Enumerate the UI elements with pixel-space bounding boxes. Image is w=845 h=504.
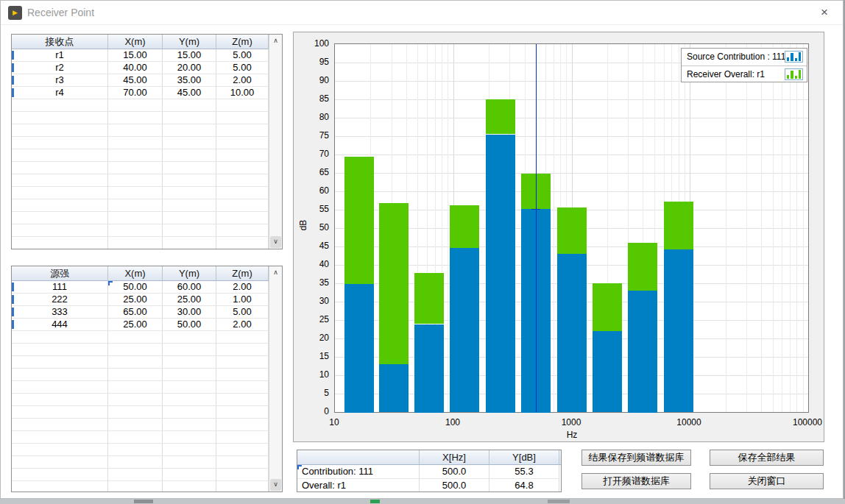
table-cell[interactable]: 20.00 [163, 62, 216, 74]
table-row [12, 149, 282, 162]
taskbar-item [134, 500, 153, 503]
table-row [12, 112, 282, 124]
table-cell [108, 112, 163, 124]
column-header [297, 450, 420, 464]
table-cell[interactable]: 222 [12, 294, 108, 306]
table-cell [108, 419, 163, 431]
save-to-spectrum-db-button[interactable]: 结果保存到频谱数据库 [581, 450, 691, 466]
table-cell [108, 456, 163, 469]
cursor-crosshair[interactable] [531, 209, 540, 210]
table-cell[interactable]: 25.00 [163, 294, 216, 306]
table-cell[interactable]: 5.00 [216, 62, 269, 74]
column-header: X[Hz] [420, 450, 489, 464]
bar-contribution [628, 291, 657, 413]
table-cell [12, 469, 108, 481]
row-selection-mark [12, 51, 14, 60]
titlebar: ▶ Receiver Point × [1, 1, 843, 25]
table-cell [108, 212, 163, 224]
bar-overall [450, 205, 479, 248]
table-cell[interactable]: 444 [12, 319, 108, 331]
table-cell [12, 162, 108, 174]
vertical-scrollbar[interactable]: ∧∨ [269, 35, 282, 249]
y-tick-label: 0 [301, 406, 329, 416]
table-cell [216, 199, 269, 212]
close-window-button[interactable]: 关闭窗口 [710, 473, 824, 489]
table-cell[interactable]: 45.00 [108, 74, 163, 87]
open-spectrum-db-button[interactable]: 打开频谱数据库 [581, 473, 691, 489]
table-cell [216, 431, 269, 444]
table-cell[interactable]: 70.00 [108, 87, 163, 99]
table-cell[interactable]: 2.00 [216, 319, 269, 331]
table-cell[interactable]: r2 [12, 62, 108, 74]
table-cell [108, 431, 163, 444]
table-cell [163, 419, 216, 431]
scroll-down-icon[interactable]: ∨ [270, 236, 281, 248]
bar-contribution [414, 324, 444, 413]
table-cell [163, 406, 216, 419]
source-strength-table: 源强X(m)Y(m)Z(m)11150.0060.002.0022225.002… [11, 266, 283, 492]
y-tick-label: 60 [301, 185, 329, 196]
table-row: 33365.0030.005.00 [12, 306, 282, 319]
plot-area[interactable] [334, 43, 809, 413]
table-cell[interactable]: 1.00 [216, 294, 269, 306]
table-row [12, 212, 282, 224]
column-header: 接收点 [12, 35, 108, 49]
scroll-up-icon[interactable]: ∧ [270, 267, 281, 279]
cursor-readout-table: X[Hz]Y[dB]Contribution: 111500.055.3Over… [297, 450, 562, 492]
table-cell[interactable]: 25.00 [108, 294, 163, 306]
table-cell[interactable]: 40.00 [108, 62, 163, 74]
table-cell[interactable]: 15.00 [163, 49, 216, 62]
table-cell [216, 124, 269, 137]
table-cell[interactable]: 30.00 [163, 306, 216, 319]
scroll-down-icon[interactable]: ∨ [270, 479, 281, 491]
table-cell [216, 99, 269, 112]
scroll-up-icon[interactable]: ∧ [270, 35, 281, 47]
table-cell[interactable]: r4 [12, 87, 108, 99]
table-cell[interactable]: 50.00 [108, 281, 163, 294]
table-cell: 64.8 [489, 479, 559, 492]
table-cell[interactable]: 2.00 [216, 281, 269, 294]
table-cell [216, 162, 269, 174]
table-cell[interactable]: 15.00 [108, 49, 163, 62]
cursor-line[interactable] [536, 44, 537, 412]
y-tick-label: 70 [301, 149, 329, 159]
table-cell[interactable]: 2.00 [216, 74, 269, 87]
y-tick-label: 50 [301, 222, 329, 233]
table-cell[interactable]: 333 [12, 306, 108, 319]
legend-item[interactable]: Receiver Overall: r1 [682, 65, 807, 82]
table-cell [216, 331, 269, 344]
table-cell [108, 469, 163, 481]
table-cell[interactable]: 25.00 [108, 319, 163, 331]
table-cell[interactable]: 5.00 [216, 49, 269, 62]
table-cell[interactable]: 65.00 [108, 306, 163, 319]
bar-chart-icon [785, 68, 803, 80]
table-cell [216, 419, 269, 431]
table-cell[interactable]: 60.00 [163, 281, 216, 294]
table-row [12, 187, 282, 199]
table-cell[interactable]: 10.00 [216, 87, 269, 99]
table-row [12, 394, 282, 406]
table-cell[interactable]: 50.00 [163, 319, 216, 331]
table-cell [108, 344, 163, 356]
y-tick-label: 75 [301, 130, 329, 141]
save-all-results-button[interactable]: 保存全部结果 [710, 450, 824, 466]
legend-mini-bar [799, 70, 801, 79]
table-cell [216, 137, 269, 149]
table-cell [108, 199, 163, 212]
table-cell[interactable]: r1 [12, 49, 108, 62]
table-row: 22225.0025.001.00 [12, 294, 282, 306]
table-cell [12, 224, 108, 237]
table-cell [163, 381, 216, 394]
gridline-vertical-minor [554, 44, 554, 412]
vertical-scrollbar[interactable]: ∧∨ [269, 266, 282, 491]
column-header: Y[dB] [489, 450, 559, 464]
table-cell[interactable]: r3 [12, 74, 108, 87]
table-cell[interactable]: 111 [12, 281, 108, 294]
close-icon[interactable]: × [815, 4, 834, 21]
taskbar-item [370, 500, 380, 503]
selected-cell-corner [297, 465, 302, 469]
table-cell[interactable]: 35.00 [163, 74, 216, 87]
legend-item[interactable]: Source Contribution : 111 [682, 49, 807, 65]
table-cell[interactable]: 5.00 [216, 306, 269, 319]
table-cell[interactable]: 45.00 [163, 87, 216, 99]
